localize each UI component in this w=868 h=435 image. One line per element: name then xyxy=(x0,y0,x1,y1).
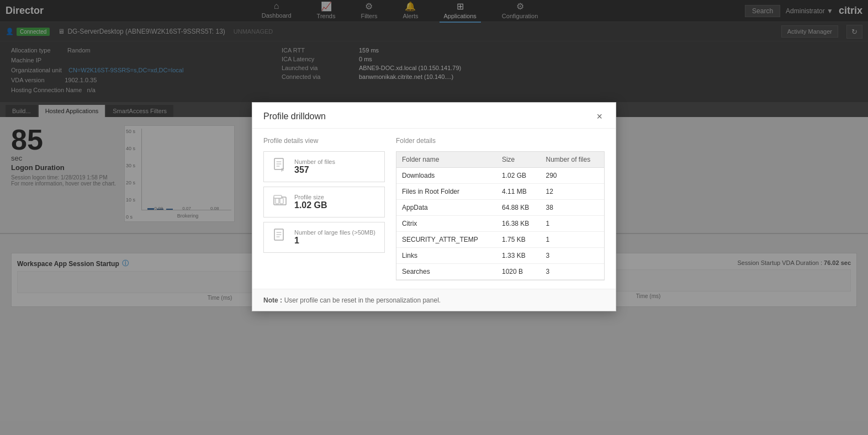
folder-name-cell: Downloads xyxy=(396,167,496,183)
modal-footer: Note : User profile can be reset in the … xyxy=(252,289,616,311)
num-files-label: Number of files xyxy=(294,158,335,165)
folder-name-cell: Links xyxy=(396,247,496,263)
profile-size-card: Profile size 1.02 GB xyxy=(263,187,385,217)
profile-size-value: 1.02 GB xyxy=(294,200,327,210)
large-files-card: Number of large files (>50MB) 1 xyxy=(263,222,385,253)
large-files-icon xyxy=(272,228,288,247)
modal-header: Profile drilldown × xyxy=(252,103,616,129)
col-folder-name: Folder name xyxy=(396,152,496,168)
svg-rect-3 xyxy=(276,198,279,204)
folder-count-cell: 38 xyxy=(541,199,605,215)
folder-count-cell: 290 xyxy=(541,167,605,183)
svg-rect-5 xyxy=(274,195,282,198)
folder-count-cell: 1 xyxy=(541,231,605,247)
folder-count-cell: 3 xyxy=(541,263,605,279)
folder-details-section: Folder details Folder name Size Number o… xyxy=(396,137,605,280)
folder-size-cell: 64.88 KB xyxy=(496,199,541,215)
profile-details-title: Profile details view xyxy=(263,137,385,145)
folder-size-cell: 1.33 KB xyxy=(496,247,541,263)
folder-size-cell: 4.11 MB xyxy=(496,183,541,199)
profile-size-info: Profile size 1.02 GB xyxy=(294,194,327,210)
profile-drilldown-modal: Profile drilldown × Profile details view… xyxy=(252,102,616,311)
folder-name-cell: SECURITY_ATTR_TEMP xyxy=(396,231,496,247)
table-row: Citrix 16.38 KB 1 xyxy=(396,215,604,231)
table-row: Files in Root Folder 4.11 MB 12 xyxy=(396,183,604,199)
large-files-info: Number of large files (>50MB) 1 xyxy=(294,229,375,246)
folder-size-cell: 1.75 KB xyxy=(496,231,541,247)
folder-size-cell: 1020 B xyxy=(496,263,541,279)
folder-count-cell: 1 xyxy=(541,215,605,231)
note-text: User profile can be reset in the persona… xyxy=(284,296,441,304)
large-files-value: 1 xyxy=(294,236,375,246)
folder-count-cell: 12 xyxy=(541,183,605,199)
folder-details-title: Folder details xyxy=(396,137,605,145)
folder-table-wrapper[interactable]: Folder name Size Number of files Downloa… xyxy=(396,151,605,280)
profile-size-icon xyxy=(272,193,288,211)
table-row: AppData 64.88 KB 38 xyxy=(396,199,604,215)
table-row: Links 1.33 KB 3 xyxy=(396,247,604,263)
folder-table-header-row: Folder name Size Number of files xyxy=(396,152,604,168)
modal-title: Profile drilldown xyxy=(263,112,326,121)
num-files-info: Number of files 357 xyxy=(294,158,335,175)
profile-size-label: Profile size xyxy=(294,194,327,200)
folder-size-cell: 1.02 GB xyxy=(496,167,541,183)
table-row: Searches 1020 B 3 xyxy=(396,263,604,279)
folder-table: Folder name Size Number of files Downloa… xyxy=(396,152,604,280)
num-files-card: F Number of files 357 xyxy=(263,151,385,182)
svg-rect-4 xyxy=(280,198,283,204)
table-row: SECURITY_ATTR_TEMP 1.75 KB 1 xyxy=(396,231,604,247)
folder-table-body: Downloads 1.02 GB 290 Files in Root Fold… xyxy=(396,167,604,279)
folder-size-cell: 16.38 KB xyxy=(496,215,541,231)
col-num-files: Number of files xyxy=(541,152,605,168)
folder-name-cell: Searches xyxy=(396,263,496,279)
modal-body: Profile details view F Number of files 3… xyxy=(252,129,616,289)
num-files-icon: F xyxy=(272,157,288,176)
num-files-value: 357 xyxy=(294,165,335,175)
modal-close-button[interactable]: × xyxy=(594,111,605,123)
folder-name-cell: Files in Root Folder xyxy=(396,183,496,199)
large-files-label: Number of large files (>50MB) xyxy=(294,229,375,236)
note-label: Note : xyxy=(263,296,282,304)
table-row: Downloads 1.02 GB 290 xyxy=(396,167,604,183)
profile-details-section: Profile details view F Number of files 3… xyxy=(263,137,385,280)
col-size: Size xyxy=(496,152,541,168)
folder-name-cell: AppData xyxy=(396,199,496,215)
svg-text:F: F xyxy=(281,167,284,173)
folder-count-cell: 3 xyxy=(541,247,605,263)
folder-name-cell: Citrix xyxy=(396,215,496,231)
modal-overlay: Profile drilldown × Profile details view… xyxy=(0,0,868,435)
